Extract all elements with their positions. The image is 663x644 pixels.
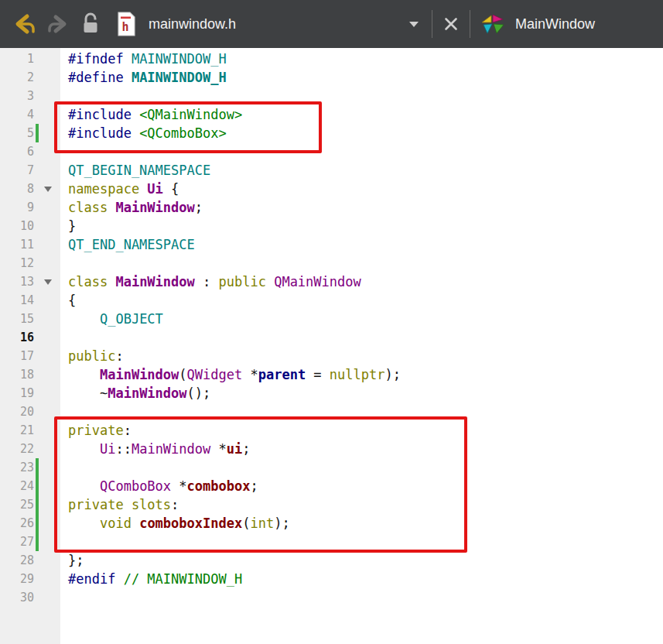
code-line-text: public: bbox=[60, 347, 663, 365]
code-token: MainWindow bbox=[108, 385, 186, 401]
line-number: 20 bbox=[0, 405, 36, 419]
code-line-text: Ui::MainWindow *ui; bbox=[60, 440, 663, 458]
editor-toolbar: h mainwindow.h MainWindow bbox=[0, 0, 663, 48]
code-line[interactable]: 30 bbox=[0, 588, 663, 607]
code-line[interactable]: 18 MainWindow(QWidget *parent = nullptr)… bbox=[0, 365, 663, 384]
code-line-text: Q_OBJECT bbox=[60, 310, 663, 328]
code-token: * bbox=[242, 367, 258, 382]
code-line-text bbox=[60, 458, 663, 477]
fold-toggle-icon[interactable] bbox=[39, 279, 57, 285]
code-token: #ifndef bbox=[68, 51, 132, 67]
change-marker bbox=[36, 291, 39, 310]
line-number: 24 bbox=[0, 479, 36, 493]
code-line-text: private: bbox=[60, 421, 663, 440]
change-marker bbox=[36, 570, 39, 588]
code-token: ui bbox=[227, 441, 242, 457]
gutter-cell: 12 bbox=[0, 254, 60, 272]
code-token: ); bbox=[385, 367, 401, 382]
code-token: <QMainWindow> bbox=[139, 107, 242, 122]
line-number: 5 bbox=[0, 126, 36, 140]
code-token: #include bbox=[68, 107, 139, 122]
code-line[interactable]: 12 bbox=[0, 254, 663, 272]
code-token: MainWindow bbox=[115, 200, 194, 215]
change-marker bbox=[36, 161, 39, 180]
code-line[interactable]: 7QT_BEGIN_NAMESPACE bbox=[0, 161, 663, 180]
gutter-cell: 17 bbox=[0, 347, 60, 365]
code-line[interactable]: 13class MainWindow : public QMainWindow bbox=[0, 272, 663, 291]
code-token: namespace bbox=[68, 181, 147, 197]
line-number: 14 bbox=[0, 293, 36, 307]
code-token: class bbox=[68, 200, 115, 215]
line-number: 9 bbox=[0, 200, 36, 214]
code-line[interactable]: 20 bbox=[0, 402, 663, 421]
code-line[interactable]: 8namespace Ui { bbox=[0, 180, 663, 198]
code-line[interactable]: 29#endif // MAINWINDOW_H bbox=[0, 570, 663, 588]
change-marker bbox=[36, 50, 39, 68]
code-line[interactable]: 17public: bbox=[0, 347, 663, 365]
code-line-text: ~MainWindow(); bbox=[60, 384, 663, 402]
gutter-cell: 19 bbox=[0, 384, 60, 402]
change-marker bbox=[36, 328, 39, 347]
code-line[interactable]: 5#include <QComboBox> bbox=[0, 124, 663, 142]
code-line[interactable]: 27 bbox=[0, 533, 663, 551]
code-token: * bbox=[171, 478, 186, 494]
code-line[interactable]: 2#define MAINWINDOW_H bbox=[0, 68, 663, 87]
code-line[interactable]: 9class MainWindow; bbox=[0, 198, 663, 217]
symbol-selector-dropdown[interactable]: MainWindow bbox=[480, 12, 595, 36]
code-line[interactable]: 28}; bbox=[0, 551, 663, 570]
line-number: 25 bbox=[0, 498, 36, 512]
code-token: parent bbox=[258, 367, 306, 382]
code-line[interactable]: 19 ~MainWindow(); bbox=[0, 384, 663, 402]
chevron-down-icon[interactable] bbox=[408, 21, 419, 28]
code-line-text: } bbox=[60, 217, 663, 235]
code-editor[interactable]: 1#ifndef MAINWINDOW_H2#define MAINWINDOW… bbox=[0, 48, 663, 644]
code-line-text: QT_BEGIN_NAMESPACE bbox=[60, 161, 663, 180]
code-line-text: #endif // MAINWINDOW_H bbox=[60, 570, 663, 588]
code-line[interactable]: 21private: bbox=[0, 421, 663, 440]
code-token: private slots bbox=[68, 497, 171, 512]
close-document-button[interactable] bbox=[437, 7, 465, 41]
gutter-cell: 13 bbox=[0, 272, 60, 291]
nav-forward-button[interactable] bbox=[42, 7, 76, 41]
code-line[interactable]: 1#ifndef MAINWINDOW_H bbox=[0, 50, 663, 68]
code-token: ( bbox=[242, 516, 250, 531]
code-line[interactable]: 14{ bbox=[0, 291, 663, 310]
code-token: : bbox=[124, 423, 132, 438]
code-token: * bbox=[210, 441, 226, 457]
change-marker bbox=[36, 384, 39, 402]
code-token: nullptr bbox=[330, 367, 385, 382]
code-line[interactable]: 22 Ui::MainWindow *ui; bbox=[0, 440, 663, 458]
code-line[interactable]: 11QT_END_NAMESPACE bbox=[0, 235, 663, 254]
code-line[interactable]: 15 Q_OBJECT bbox=[0, 310, 663, 328]
code-token: public bbox=[68, 348, 115, 364]
code-line[interactable]: 4#include <QMainWindow> bbox=[0, 105, 663, 124]
code-line-text bbox=[60, 402, 663, 421]
code-line-text: QT_END_NAMESPACE bbox=[60, 235, 663, 254]
code-token: Ui bbox=[147, 181, 162, 197]
gutter-cell: 15 bbox=[0, 310, 60, 328]
code-line[interactable]: 24 QComboBox *combobox; bbox=[0, 477, 663, 495]
line-number: 6 bbox=[0, 145, 36, 159]
code-line[interactable]: 16 bbox=[0, 328, 663, 347]
gutter-cell: 11 bbox=[0, 235, 60, 254]
code-token: #include bbox=[68, 125, 139, 141]
code-token: #endif bbox=[68, 571, 124, 587]
nav-back-button[interactable] bbox=[8, 7, 42, 41]
line-number: 18 bbox=[0, 368, 36, 382]
fold-toggle-icon[interactable] bbox=[39, 187, 57, 192]
lock-toggle-button[interactable] bbox=[76, 7, 105, 41]
code-token: ~ bbox=[68, 385, 108, 401]
code-line-text: void comboboxIndex(int); bbox=[60, 514, 663, 533]
code-lines-container: 1#ifndef MAINWINDOW_H2#define MAINWINDOW… bbox=[0, 48, 663, 607]
code-token bbox=[68, 478, 100, 494]
code-token: QWidget bbox=[187, 367, 243, 382]
code-line[interactable]: 6 bbox=[0, 142, 663, 161]
open-document-dropdown[interactable]: h mainwindow.h bbox=[116, 5, 427, 43]
code-line[interactable]: 25private slots: bbox=[0, 495, 663, 514]
code-line[interactable]: 10} bbox=[0, 217, 663, 235]
change-marker bbox=[36, 440, 39, 458]
code-line[interactable]: 23 bbox=[0, 458, 663, 477]
code-token: MAINWINDOW_H bbox=[132, 51, 227, 67]
code-line[interactable]: 26 void comboboxIndex(int); bbox=[0, 514, 663, 533]
code-line[interactable]: 3 bbox=[0, 87, 663, 105]
